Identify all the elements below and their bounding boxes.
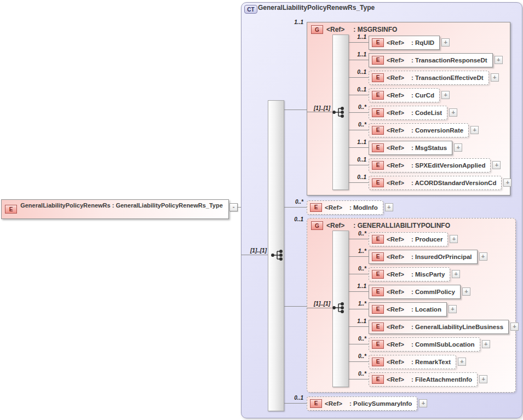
element-node-miscparty[interactable]: 0..* E <Ref> : MiscParty +	[349, 267, 460, 281]
connector-line	[349, 344, 369, 344]
group-name: : MSGRSINFO	[353, 26, 397, 33]
element-name: : TransactionResponseDt	[411, 57, 487, 64]
expand-icon[interactable]: +	[495, 56, 503, 64]
expand-icon[interactable]: +	[482, 340, 490, 348]
element-node-curcd[interactable]: 0..1 E <Ref> : CurCd +	[349, 88, 450, 102]
expand-icon[interactable]: +	[449, 305, 457, 313]
element-box[interactable]: E <Ref> : ConversionRate	[369, 123, 469, 137]
connector-line	[284, 403, 307, 404]
expand-icon[interactable]: +	[510, 323, 519, 331]
expand-icon[interactable]: +	[449, 108, 457, 117]
expand-icon[interactable]: +	[441, 91, 450, 99]
element-name: : GeneralLiabilityLineBusiness	[411, 324, 503, 330]
sequence-compositor-icon	[271, 250, 284, 261]
element-box[interactable]: E <Ref> : RqUID	[369, 36, 440, 50]
cardinality-label: 1..1	[317, 51, 366, 57]
element-node-transactionresponsedt[interactable]: 1..1 E <Ref> : TransactionResponseDt +	[349, 53, 503, 67]
expand-icon[interactable]: +	[458, 358, 466, 366]
expand-icon[interactable]: +	[470, 126, 479, 134]
element-ref: <Ref>	[387, 180, 404, 186]
element-box[interactable]: E <Ref> : TransactionEffectiveDt	[369, 71, 489, 85]
element-badge-icon: E	[372, 161, 384, 170]
element-ref: <Ref>	[387, 110, 404, 116]
element-name: : ACORDStandardVersionCd	[411, 180, 496, 186]
element-node-rquid[interactable]: 1..1 E <Ref> : RqUID +	[349, 35, 450, 50]
element-node-policysummaryinfo[interactable]: 0..1 E <Ref> : PolicySummaryInfo +	[284, 396, 427, 411]
expand-icon[interactable]: +	[419, 399, 427, 407]
element-node-acordstandardversioncd[interactable]: 0..1 E <Ref> : ACORDStandardVersionCd +	[349, 175, 511, 190]
connector-line	[349, 112, 369, 113]
element-name: : ModInfo	[349, 204, 378, 211]
expand-icon[interactable]: +	[441, 38, 450, 47]
element-node-producer[interactable]: 0..* E <Ref> : Producer +	[349, 232, 458, 246]
group-name: : GENERALLIABILITYPOLINFO	[353, 222, 450, 229]
expand-icon[interactable]: +	[450, 235, 458, 243]
connector-line	[349, 361, 369, 362]
element-box[interactable]: E <Ref> : CommlSubLocation	[369, 337, 480, 352]
expand-icon[interactable]: +	[452, 270, 460, 278]
element-node-remarktext[interactable]: 0..* E <Ref> : RemarkText +	[349, 354, 466, 369]
element-box[interactable]: E <Ref> : GeneralLiabilityLineBusiness	[369, 320, 509, 334]
element-node-insuredorprincipal[interactable]: 1..* E <Ref> : InsuredOrPrincipal +	[349, 249, 487, 264]
element-badge-icon: E	[310, 203, 322, 212]
element-node-commlpolicy[interactable]: 1..1 E <Ref> : CommlPolicy +	[349, 284, 470, 299]
schema-diagram: CT GeneralLiabilityPolicyRenewRs_Type E …	[0, 0, 523, 420]
expand-icon[interactable]: +	[492, 161, 501, 169]
element-name: : InsuredOrPrincipal	[411, 254, 472, 260]
expand-icon[interactable]: +	[385, 203, 393, 211]
element-box[interactable]: E <Ref> : TransactionResponseDt	[369, 53, 493, 67]
expand-icon[interactable]: +	[503, 179, 511, 187]
element-name: : CurCd	[411, 92, 434, 99]
connector-line	[307, 308, 332, 308]
element-node-conversionrate[interactable]: 0..* E <Ref> : ConversionRate +	[349, 123, 479, 137]
expand-icon[interactable]: +	[479, 375, 487, 383]
element-node-modinfo[interactable]: 0..* E <Ref> : ModInfo +	[284, 200, 393, 215]
root-element-box[interactable]: E GeneralLiabilityPolicyRenewRs : Genera…	[1, 199, 229, 219]
element-box[interactable]: E <Ref> : Producer	[369, 232, 448, 246]
element-ref: <Ref>	[387, 92, 404, 99]
element-node-transactioneffectivedt[interactable]: 0..1 E <Ref> : TransactionEffectiveDt +	[349, 70, 499, 85]
cardinality-label: 0..1	[317, 174, 366, 180]
element-node-msgstatus[interactable]: 1..1 E <Ref> : MsgStatus +	[349, 140, 462, 155]
element-node-fileattachmentinfo[interactable]: 0..* E <Ref> : FileAttachmentInfo +	[349, 372, 487, 387]
element-node-spxeditversionapplied[interactable]: 0..1 E <Ref> : SPXEditVersionApplied +	[349, 158, 501, 172]
expand-icon[interactable]: +	[462, 287, 470, 296]
element-box[interactable]: E <Ref> : MiscParty	[369, 267, 450, 281]
element-box[interactable]: E <Ref> : ACORDStandardVersionCd	[369, 176, 502, 190]
element-name: : CodeList	[411, 110, 442, 116]
element-box[interactable]: E <Ref> : PolicySummaryInfo	[307, 396, 417, 411]
element-badge-icon: E	[372, 56, 384, 65]
cardinality-label: 0..*	[317, 336, 366, 342]
element-box[interactable]: E <Ref> : CommlPolicy	[369, 285, 461, 299]
element-badge-icon: E	[372, 340, 384, 349]
collapse-icon[interactable]: -	[229, 203, 238, 211]
connector-line	[349, 309, 369, 309]
element-box[interactable]: E <Ref> : MsgStatus	[369, 141, 452, 155]
compositor-cardinality-label: [1]..[1]	[228, 248, 267, 254]
element-node-generalliabilitylinebusiness[interactable]: 1..1 E <Ref> : GeneralLiabilityLineBusin…	[349, 319, 519, 334]
element-box[interactable]: E <Ref> : Location	[369, 302, 447, 317]
expand-icon[interactable]: +	[491, 73, 499, 82]
connector-line	[349, 239, 369, 239]
element-ref: <Ref>	[387, 127, 404, 134]
element-box[interactable]: E <Ref> : CurCd	[369, 88, 440, 102]
expand-icon[interactable]: +	[454, 143, 462, 152]
element-box[interactable]: E <Ref> : FileAttachmentInfo	[369, 372, 478, 387]
sequence-compositor-icon	[332, 107, 346, 118]
cardinality-label: 0..*	[317, 266, 366, 272]
element-ref: <Ref>	[387, 254, 404, 260]
element-box[interactable]: E <Ref> : SPXEditVersionApplied	[369, 158, 491, 172]
element-node-codelist[interactable]: 0..* E <Ref> : CodeList +	[349, 105, 457, 120]
element-node-commlsublocation[interactable]: 0..* E <Ref> : CommlSubLocation +	[349, 337, 490, 352]
element-badge-icon: E	[372, 126, 384, 135]
element-box[interactable]: E <Ref> : ModInfo	[307, 200, 383, 215]
element-box[interactable]: E <Ref> : RemarkText	[369, 355, 456, 369]
cardinality-label: 0..1	[265, 216, 303, 222]
element-badge-icon: E	[372, 323, 384, 331]
element-node-location[interactable]: 1..* E <Ref> : Location +	[349, 302, 457, 317]
element-box[interactable]: E <Ref> : InsuredOrPrincipal	[369, 250, 478, 264]
expand-icon[interactable]: +	[479, 252, 487, 261]
sequence-compositor-icon	[332, 302, 346, 313]
element-name: : PolicySummaryInfo	[349, 400, 412, 407]
element-box[interactable]: E <Ref> : CodeList	[369, 106, 447, 120]
